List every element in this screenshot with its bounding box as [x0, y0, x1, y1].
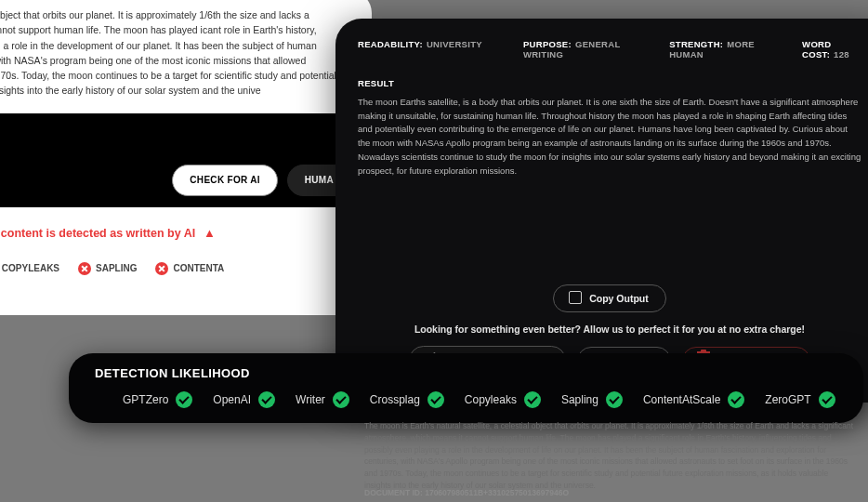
result-panel: READABILITY:UNIVERSITY PURPOSE:GENERAL W… [335, 19, 868, 403]
x-icon [78, 262, 91, 275]
result-text: The moon Earths satellite, is a body tha… [358, 96, 861, 178]
check-icon [728, 391, 744, 408]
detection-item: GPTZero [123, 391, 192, 408]
detection-item: OpenAI [213, 391, 275, 408]
detector-fail-row: WRITER CROSSPLAG COPYLEAKS SAPLING CONTE… [0, 261, 351, 276]
detection-item: ZeroGPT [765, 391, 835, 408]
meta-row: READABILITY:UNIVERSITY PURPOSE:GENERAL W… [358, 39, 861, 59]
detection-item: Copyleaks [465, 391, 541, 408]
waiting-status: ITING FOR UR INPUT [0, 126, 351, 152]
detection-item: Sapling [561, 391, 623, 408]
copy-output-button[interactable]: Copy Output [553, 284, 666, 312]
purpose-label: PURPOSE: [523, 39, 572, 49]
check-icon [176, 391, 192, 408]
ai-warning-text: Your content is detected as written by A… [0, 227, 195, 240]
wordcost-label: WORD COST: [802, 39, 831, 59]
readability-value: UNIVERSITY [427, 39, 482, 49]
document-preview-text: The moon is Earth's natural satellite, a… [364, 420, 857, 492]
copy-icon [571, 293, 582, 304]
wordcost-value: 128 [834, 49, 849, 59]
input-blurb: oon is Earth's natural satellite, a cele… [0, 7, 351, 99]
detection-title: DETECTION LIKELIHOOD [95, 366, 837, 380]
check-for-ai-button[interactable]: CHECK FOR AI [172, 165, 277, 196]
readability-label: READABILITY: [358, 39, 423, 49]
check-icon [524, 391, 541, 408]
detection-item: Writer [296, 391, 349, 408]
human-percent: 0% HUMAN [0, 285, 351, 298]
detector-chip: SAPLING [78, 261, 137, 276]
strength-label: STRENGTH: [669, 39, 723, 49]
result-heading: RESULT [358, 78, 861, 88]
warning-icon: ▲ [204, 226, 216, 240]
copy-label: Copy Output [589, 293, 649, 304]
detector-chip: COPYLEAKS [0, 261, 59, 276]
check-icon [606, 391, 623, 408]
panel-strip: ITING FOR UR INPUT EE TO THE TERMS OF SE… [0, 113, 372, 207]
detection-item: Crossplag [370, 391, 444, 408]
ai-detection-banner: ▲ Your content is detected as written by… [0, 224, 351, 243]
check-icon [333, 391, 349, 408]
detector-chip: CONTENTA [155, 261, 224, 276]
detection-row: GPTZero OpenAI Writer Crossplag Copyleak… [123, 391, 837, 408]
check-icon [258, 391, 275, 408]
detection-likelihood-bar: DETECTION LIKELIHOOD GPTZero OpenAI Writ… [69, 353, 863, 423]
x-icon [155, 262, 168, 275]
upsell-text: Looking for something even better? Allow… [414, 324, 805, 335]
check-icon [819, 391, 835, 408]
input-panel: oon is Earth's natural satellite, a cele… [0, 0, 372, 315]
detection-item: ContentAtScale [643, 391, 744, 408]
document-id: DOCUMENT ID: 170607980511B+3310257501369… [364, 488, 569, 497]
check-icon [427, 391, 444, 408]
